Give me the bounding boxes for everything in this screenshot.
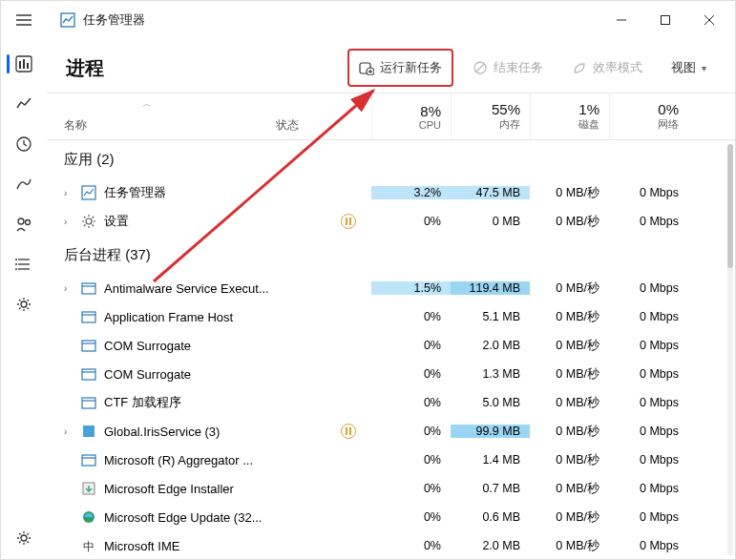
- col-status-label: 状态: [276, 117, 299, 134]
- cell-mem: 0.6 MB: [451, 510, 530, 524]
- svg-rect-9: [19, 61, 21, 69]
- scrollbar[interactable]: [727, 144, 733, 555]
- nav-startup[interactable]: [5, 165, 43, 203]
- cell-mem: 2.0 MB: [451, 339, 530, 352]
- disk-lbl: 磁盘: [578, 117, 599, 132]
- cell-mem: 5.0 MB: [451, 396, 530, 409]
- scrollbar-thumb[interactable]: [727, 144, 733, 268]
- window-icon: [81, 309, 96, 324]
- process-status: [276, 424, 371, 439]
- view-dropdown[interactable]: 视图 ▾: [662, 52, 716, 83]
- process-name: Microsoft Edge Installer: [104, 482, 234, 496]
- col-name[interactable]: ︿ 名称: [47, 93, 276, 139]
- nav-services[interactable]: [5, 285, 43, 323]
- cell-mem: 5.1 MB: [451, 310, 530, 323]
- cell-net: 0 Mbps: [609, 510, 688, 524]
- nav-performance[interactable]: [5, 85, 43, 123]
- group-apps[interactable]: 应用 (2): [47, 140, 735, 178]
- cpu-pct: 8%: [420, 103, 441, 119]
- process-row[interactable]: 中Microsoft IME0%2.0 MB0 MB/秒0 Mbps: [47, 531, 735, 559]
- cell-cpu: 0%: [371, 539, 451, 552]
- edge_installer-icon: [81, 481, 96, 496]
- settings-icon: [81, 214, 96, 229]
- process-row[interactable]: ›任务管理器3.2%47.5 MB0 MB/秒0 Mbps: [47, 178, 735, 207]
- end-task-button[interactable]: 结束任务: [463, 52, 553, 83]
- nav-settings[interactable]: [5, 519, 43, 557]
- cell-cpu: 0%: [371, 482, 451, 495]
- nav-users[interactable]: [5, 205, 43, 243]
- nav-app-history[interactable]: [5, 125, 43, 163]
- svg-rect-33: [82, 312, 95, 322]
- col-disk[interactable]: 1%磁盘: [530, 93, 609, 139]
- expand-chevron-icon[interactable]: ›: [64, 426, 74, 437]
- cell-mem: 99.9 MB: [451, 425, 530, 438]
- run-new-task-icon: [359, 60, 374, 75]
- col-network[interactable]: 0%网络: [609, 93, 688, 139]
- process-row[interactable]: ›Global.IrisService (3)0%99.9 MB0 MB/秒0 …: [47, 417, 735, 446]
- nav-details[interactable]: [5, 245, 43, 283]
- svg-rect-35: [82, 341, 95, 351]
- window-controls: [599, 1, 731, 39]
- group-background[interactable]: 后台进程 (37): [47, 236, 735, 274]
- ime-icon: 中: [81, 538, 96, 553]
- process-row[interactable]: Microsoft (R) Aggregator ...0%1.4 MB0 MB…: [47, 446, 735, 474]
- process-row[interactable]: Microsoft Edge Update (32...0%0.6 MB0 MB…: [47, 503, 735, 531]
- nav-processes[interactable]: [5, 45, 43, 83]
- iris-icon: [81, 424, 96, 439]
- process-row[interactable]: Microsoft Edge Installer0%0.7 MB0 MB/秒0 …: [47, 474, 735, 503]
- process-row[interactable]: Application Frame Host0%5.1 MB0 MB/秒0 Mb…: [47, 302, 735, 331]
- view-label: 视图: [671, 59, 696, 76]
- expand-chevron-icon[interactable]: ›: [64, 283, 74, 294]
- svg-point-21: [21, 301, 27, 307]
- process-row[interactable]: COM Surrogate0%1.3 MB0 MB/秒0 Mbps: [47, 360, 735, 388]
- process-status: [276, 214, 371, 229]
- col-cpu[interactable]: 8%CPU: [371, 93, 451, 139]
- cell-net: 0 Mbps: [609, 310, 688, 323]
- efficiency-mode-button[interactable]: 效率模式: [562, 52, 652, 83]
- task_manager-icon: [81, 185, 96, 200]
- process-row[interactable]: ›设置0%0 MB0 MB/秒0 Mbps: [47, 207, 735, 236]
- edge_update-icon: [81, 509, 96, 525]
- cell-cpu: 0%: [371, 310, 451, 323]
- svg-rect-37: [82, 369, 95, 380]
- cpu-lbl: CPU: [419, 119, 441, 131]
- cell-cpu: 3.2%: [371, 186, 451, 199]
- cell-cpu: 0%: [371, 367, 451, 381]
- hamburger-menu-button[interactable]: [5, 1, 43, 39]
- cell-mem: 47.5 MB: [451, 186, 530, 199]
- process-name: 设置: [104, 213, 129, 230]
- maximize-button[interactable]: [643, 1, 687, 39]
- cell-net: 0 Mbps: [609, 539, 688, 552]
- toolbar: 进程 运行新任务 结束任务 效率模式 视图 ▾: [47, 43, 735, 93]
- cell-cpu: 0%: [371, 425, 451, 438]
- col-name-label: 名称: [64, 117, 87, 134]
- process-name: COM Surrogate: [104, 339, 191, 353]
- window-icon: [81, 280, 96, 296]
- process-name: Microsoft Edge Update (32...: [104, 510, 262, 525]
- col-memory[interactable]: 55%内存: [451, 93, 530, 139]
- cell-net: 0 Mbps: [609, 396, 688, 409]
- paused-icon: [341, 214, 356, 229]
- svg-point-14: [26, 220, 31, 225]
- page-title: 进程: [66, 55, 104, 81]
- cell-net: 0 Mbps: [609, 339, 688, 352]
- cell-cpu: 0%: [371, 453, 451, 467]
- run-new-task-button[interactable]: 运行新任务: [347, 49, 453, 87]
- cell-net: 0 Mbps: [609, 425, 688, 438]
- minimize-button[interactable]: [599, 1, 643, 39]
- net-lbl: 网络: [658, 117, 679, 132]
- efficiency-label: 效率模式: [593, 59, 642, 76]
- process-name: CTF 加载程序: [104, 394, 181, 411]
- cell-mem: 1.3 MB: [451, 367, 530, 381]
- process-row[interactable]: ›Antimalware Service Execut...1.5%119.4 …: [47, 274, 735, 302]
- process-row[interactable]: CTF 加载程序0%5.0 MB0 MB/秒0 Mbps: [47, 388, 735, 417]
- expand-chevron-icon[interactable]: ›: [64, 217, 74, 227]
- svg-point-20: [15, 268, 17, 270]
- close-button[interactable]: [687, 1, 731, 39]
- svg-rect-41: [83, 425, 95, 437]
- process-row[interactable]: COM Surrogate0%2.0 MB0 MB/秒0 Mbps: [47, 331, 735, 360]
- expand-chevron-icon[interactable]: ›: [64, 188, 74, 198]
- cell-mem: 0.7 MB: [451, 482, 530, 495]
- col-status[interactable]: 状态: [276, 93, 371, 139]
- sidebar: [1, 39, 47, 559]
